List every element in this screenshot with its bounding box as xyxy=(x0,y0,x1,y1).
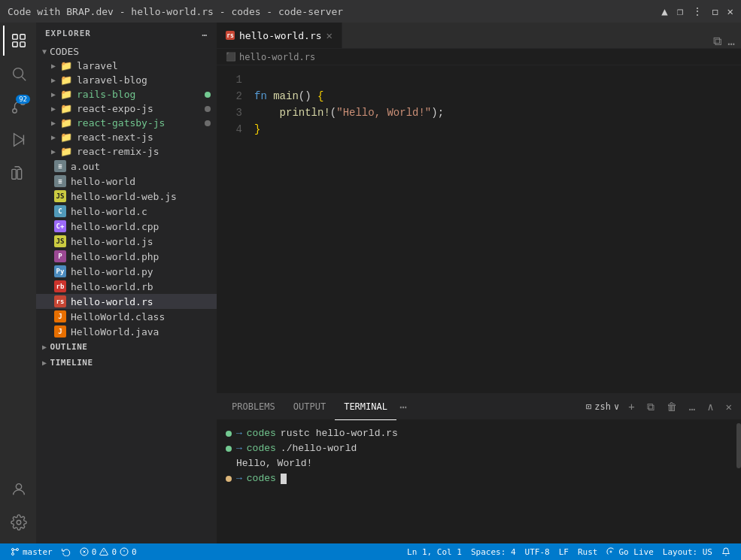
terminal-more-icon[interactable]: … xyxy=(686,398,698,416)
maximize-icon[interactable]: ◻ xyxy=(712,5,718,17)
term-path-1: codes xyxy=(247,426,276,441)
status-errors[interactable]: 0 0 0 xyxy=(75,547,141,557)
activity-extensions[interactable] xyxy=(3,158,33,188)
tree-file-hello-world-js[interactable]: JS hello-world.js xyxy=(36,234,217,249)
hello-world-php-icon: P xyxy=(54,250,66,262)
folder-icon-react-remix: 📁 xyxy=(60,146,72,157)
terminal-line-output: Hello, World! xyxy=(226,456,732,471)
language-label: Rust xyxy=(578,547,598,557)
restore-icon[interactable]: ❐ xyxy=(677,5,683,17)
terminal-tabs: PROBLEMS OUTPUT TERMINAL ⋯ ⊡ zsh ∨ + ⧉ 🗑… xyxy=(217,394,741,420)
tree-folder-react-next-js[interactable]: ▶ 📁 react-next-js xyxy=(36,130,217,144)
activity-avatar[interactable] xyxy=(3,474,33,504)
outline-header[interactable]: ▶ OUTLINE xyxy=(36,339,217,355)
tab-close-icon[interactable]: ✕ xyxy=(326,29,333,41)
golive-icon xyxy=(606,547,615,556)
tree-file-helloworld-java[interactable]: J HelloWorld.java xyxy=(36,324,217,339)
tree-file-hello-world-c[interactable]: C hello-world.c xyxy=(36,204,217,219)
hello-world-py-icon: Py xyxy=(54,265,66,277)
tree-file-hello-world-rs[interactable]: rs hello-world.rs xyxy=(36,294,217,309)
split-editor-icon[interactable]: ⧉ xyxy=(713,34,721,48)
timeline-header[interactable]: ▶ TIMELINE xyxy=(36,355,217,371)
terminal-trash-icon[interactable]: 🗑 xyxy=(664,398,680,416)
terminal-scrollbar xyxy=(736,420,741,543)
tree-file-hello-world-cpp[interactable]: C+ hello-world.cpp xyxy=(36,219,217,234)
outline-arrow-icon: ▶ xyxy=(42,343,47,351)
panel-tab-problems[interactable]: PROBLEMS xyxy=(223,394,284,420)
svg-point-13 xyxy=(17,520,21,525)
activity-explorer[interactable] xyxy=(3,26,33,56)
status-spaces[interactable]: Spaces: 4 xyxy=(466,547,521,557)
code-editor[interactable]: 1 2 3 4 fn main() { println!("Hello, Wor… xyxy=(217,65,741,393)
activity-source-control[interactable]: 92 xyxy=(3,92,33,122)
term-cmd-1: rustc hello-world.rs xyxy=(281,426,398,441)
term-cmd-2: ./hello-world xyxy=(281,441,357,456)
tree-file-hello-world-py[interactable]: Py hello-world.py xyxy=(36,264,217,279)
activity-run[interactable] xyxy=(3,125,33,155)
svg-point-14 xyxy=(12,553,14,555)
folder-icon-react-expo: 📁 xyxy=(60,103,72,114)
warning-icon xyxy=(99,547,108,556)
tree-folder-react-expo-js[interactable]: ▶ 📁 react-expo-js xyxy=(36,101,217,116)
close-icon[interactable]: ✕ xyxy=(727,5,733,17)
line-num-3: 3 xyxy=(217,104,242,121)
status-layout[interactable]: Layout: US xyxy=(658,547,717,557)
terminal-add-icon[interactable]: + xyxy=(625,398,637,416)
tree-folder-codes[interactable]: ▼ CODES xyxy=(36,44,217,59)
terminal-icon: ⊡ xyxy=(586,401,591,412)
terminal-split-icon[interactable]: ⧉ xyxy=(644,398,657,416)
hello-world-cpp-icon: C+ xyxy=(54,220,66,232)
tree-folder-rails-blog[interactable]: ▶ 📁 rails-blog xyxy=(36,87,217,101)
editor-tab-hello-world-rs[interactable]: rs hello-world.rs ✕ xyxy=(217,23,342,48)
activity-settings[interactable] xyxy=(3,507,33,537)
status-eol[interactable]: LF xyxy=(554,547,573,557)
panel-tab-more-icon[interactable]: ⋯ xyxy=(396,400,410,414)
tree-folder-laravel[interactable]: ▶ 📁 laravel xyxy=(36,59,217,73)
tree-folder-react-remix-js[interactable]: ▶ 📁 react-remix-js xyxy=(36,144,217,159)
panel-tab-terminal[interactable]: TERMINAL xyxy=(335,394,396,420)
status-notifications[interactable] xyxy=(717,547,735,556)
terminal-cursor xyxy=(281,474,287,484)
minimize-icon[interactable]: ▲ xyxy=(661,5,667,17)
term-arrow-1: → xyxy=(236,426,242,441)
line-num-4: 4 xyxy=(217,121,242,138)
explorer-tree: ▼ CODES ▶ 📁 laravel ▶ 📁 laravel-blog ▶ 📁… xyxy=(36,44,217,543)
laravel-label: laravel xyxy=(77,60,118,71)
tree-folder-react-gatsby-js[interactable]: ▶ 📁 react-gatsby-js xyxy=(36,116,217,130)
more-tabs-icon[interactable]: … xyxy=(727,34,735,48)
status-position[interactable]: Ln 1, Col 1 xyxy=(402,547,466,557)
code-content[interactable]: fn main() { println!("Hello, World!"); } xyxy=(254,71,741,387)
activity-search[interactable] xyxy=(3,59,33,89)
sidebar-more-icon[interactable]: … xyxy=(202,29,208,38)
svg-rect-0 xyxy=(13,35,17,39)
react-expo-label: react-expo-js xyxy=(77,103,153,114)
hello-world-icon: ≡ xyxy=(54,175,66,187)
tree-file-hello-world[interactable]: ≡ hello-world xyxy=(36,174,217,189)
tree-file-hello-world-rb[interactable]: rb hello-world.rb xyxy=(36,279,217,294)
terminal-up-icon[interactable]: ∧ xyxy=(704,398,716,416)
tab-rust-icon: rs xyxy=(226,31,235,40)
hello-world-js-label: hello-world.js xyxy=(71,236,153,247)
activity-bar: 92 xyxy=(0,23,36,543)
hello-world-c-label: hello-world.c xyxy=(71,206,147,217)
tab-actions: ⧉ … xyxy=(713,34,741,48)
panel-tab-output[interactable]: OUTPUT xyxy=(284,394,335,420)
tree-file-hello-world-php[interactable]: P hello-world.php xyxy=(36,249,217,264)
more-icon[interactable]: ⋮ xyxy=(692,5,703,17)
tree-file-hello-world-web-js[interactable]: JS hello-world-web.js xyxy=(36,189,217,204)
tree-file-helloworld-class[interactable]: J HelloWorld.class xyxy=(36,309,217,324)
terminal-content[interactable]: → codes rustc hello-world.rs → codes ./h… xyxy=(217,420,741,543)
status-sync[interactable] xyxy=(57,547,75,556)
tree-folder-laravel-blog[interactable]: ▶ 📁 laravel-blog xyxy=(36,73,217,87)
terminal-chevron-icon[interactable]: ∨ xyxy=(614,401,619,412)
status-branch[interactable]: master xyxy=(6,547,57,557)
title-bar-title: Code with BRAP.dev - hello-world.rs - co… xyxy=(8,6,343,17)
status-bar: master 0 0 0 Ln 1, Col 1 S xyxy=(0,543,741,560)
status-language[interactable]: Rust xyxy=(573,547,603,557)
main-area: 92 xyxy=(0,23,741,543)
terminal-close-icon[interactable]: ✕ xyxy=(723,398,735,416)
status-encoding[interactable]: UTF-8 xyxy=(521,547,554,557)
info-count: 0 xyxy=(132,547,137,557)
tree-file-a-out[interactable]: ≡ a.out xyxy=(36,159,217,174)
status-golive[interactable]: Go Live xyxy=(602,547,657,557)
